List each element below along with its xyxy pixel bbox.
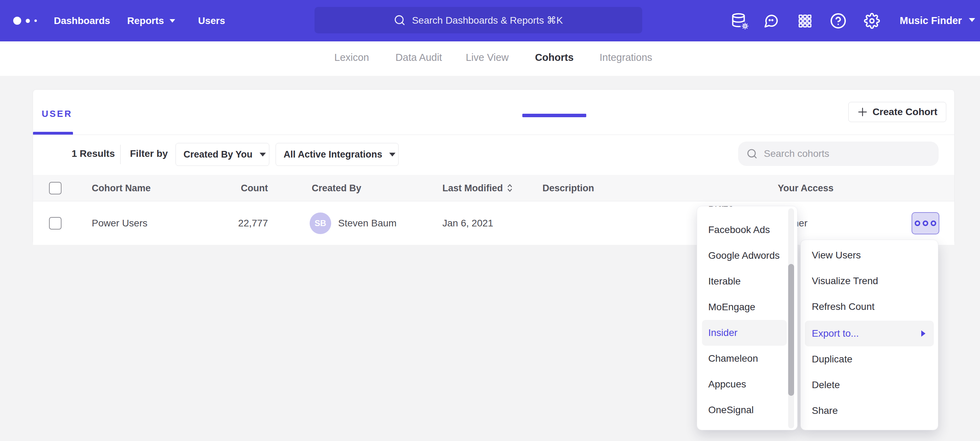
results-count: 1 Results: [72, 148, 115, 159]
column-your-access: Your Access: [778, 175, 834, 201]
search-icon: [394, 14, 406, 26]
project-name: Music Finder: [900, 15, 962, 26]
ellipsis-ring-icon: [923, 220, 928, 226]
global-search-placeholder: Search Dashboards & Reports ⌘K: [412, 14, 563, 26]
create-cohort-label: Create Cohort: [873, 106, 938, 118]
avatar: SB: [310, 213, 331, 234]
nav-reports[interactable]: Reports: [127, 0, 175, 42]
submenu-item-google-adwords[interactable]: Google Adwords: [697, 243, 788, 268]
mixpanel-logo-icon[interactable]: [13, 0, 37, 42]
tab-lexicon[interactable]: Lexicon: [334, 42, 369, 76]
logo-dot-small: [34, 19, 37, 22]
tab-integrations[interactable]: Integrations: [600, 42, 652, 76]
gear-badge-icon: [741, 22, 749, 30]
row-checkbox[interactable]: [49, 217, 62, 230]
row-actions-menu: View Users Visualize Trend Refresh Count…: [800, 240, 938, 430]
menu-item-share[interactable]: Share: [801, 398, 938, 423]
export-destination-submenu: Braze Facebook Ads Google Adwords Iterab…: [697, 206, 797, 430]
submenu-item-onesignal[interactable]: OneSignal: [697, 397, 788, 423]
created-by-name: Steven Baum: [338, 202, 396, 245]
filter-by-label: Filter by: [130, 148, 168, 159]
chevron-down-icon: [969, 18, 975, 22]
submenu-scrollbar-thumb[interactable]: [788, 264, 794, 396]
divider: [33, 134, 954, 135]
column-description: Description: [542, 175, 594, 201]
chevron-down-icon: [170, 19, 175, 22]
submenu-item-facebook-ads[interactable]: Facebook Ads: [697, 217, 788, 243]
ellipsis-ring-icon: [931, 220, 936, 226]
select-all-checkbox[interactable]: [49, 182, 62, 195]
sort-icon[interactable]: [506, 176, 513, 203]
submenu-arrow-icon: [921, 331, 926, 337]
column-created-by: Created By: [312, 175, 361, 201]
submenu-item-appcues[interactable]: Appcues: [697, 371, 788, 397]
chevron-down-icon: [389, 153, 396, 157]
help-icon[interactable]: [830, 13, 846, 29]
column-last-modified-label: Last Modified: [442, 183, 503, 193]
search-icon: [746, 148, 757, 159]
created-by-filter-dropdown[interactable]: Created By You: [175, 143, 269, 166]
menu-item-refresh-count[interactable]: Refresh Count: [801, 294, 938, 320]
nav-dashboards[interactable]: Dashboards: [54, 0, 110, 42]
chevron-down-icon: [259, 153, 266, 157]
tab-data-audit[interactable]: Data Audit: [396, 42, 442, 76]
plus-icon: [858, 107, 868, 117]
column-cohort-name: Cohort Name: [92, 175, 151, 201]
menu-item-delete[interactable]: Delete: [801, 372, 938, 398]
logo-dot-medium: [26, 19, 30, 23]
cohort-count: 22,777: [186, 202, 268, 245]
database-icon: [731, 13, 748, 29]
last-modified-date: Jan 6, 2021: [442, 202, 493, 245]
top-navbar: Dashboards Reports Users Search Dashboar…: [0, 0, 980, 42]
cohorts-card: USER Create Cohort 1 Results Filter by C…: [33, 89, 955, 244]
feedback-icon[interactable]: [763, 13, 780, 29]
submenu-item-iterable[interactable]: Iterable: [697, 268, 788, 294]
data-subnav: Lexicon Data Audit Live View Cohorts Int…: [0, 42, 980, 76]
logo-dot-large: [13, 17, 21, 25]
nav-users[interactable]: Users: [198, 0, 225, 42]
integrations-filter-dropdown[interactable]: All Active Integrations: [275, 143, 399, 166]
menu-item-view-users[interactable]: View Users: [801, 243, 938, 268]
integrations-filter-value: All Active Integrations: [283, 149, 382, 160]
data-management-icon[interactable]: [731, 13, 748, 29]
cohort-name-link[interactable]: Power Users: [92, 202, 147, 245]
cohort-search-input[interactable]: [763, 148, 926, 160]
menu-item-duplicate[interactable]: Duplicate: [801, 347, 938, 372]
menu-item-export-to[interactable]: Export to...: [805, 321, 934, 347]
project-switcher[interactable]: Music Finder: [900, 0, 975, 42]
menu-item-export-to-label: Export to...: [812, 328, 859, 339]
create-cohort-button[interactable]: Create Cohort: [848, 102, 946, 122]
row-actions-button[interactable]: [912, 212, 939, 235]
ellipsis-ring-icon: [915, 220, 920, 226]
nav-reports-label: Reports: [127, 15, 164, 26]
table-row: Power Users 22,777 SB Steven Baum Jan 6,…: [33, 202, 954, 245]
active-tab-underline: [522, 114, 586, 117]
table-header: Cohort Name Count Created By Last Modifi…: [33, 175, 954, 201]
apps-grid-icon[interactable]: [797, 13, 813, 29]
submenu-item-braze[interactable]: Braze: [697, 206, 788, 216]
submenu-item-chameleon[interactable]: Chameleon: [697, 346, 788, 371]
tab-cohorts[interactable]: Cohorts: [535, 42, 573, 76]
app-root: Dashboards Reports Users Search Dashboar…: [0, 0, 980, 441]
global-search[interactable]: Search Dashboards & Reports ⌘K: [315, 7, 642, 34]
submenu-item-moengage[interactable]: MoEngage: [697, 294, 788, 320]
column-last-modified[interactable]: Last Modified: [442, 175, 513, 201]
submenu-item-insider[interactable]: Insider: [702, 320, 787, 346]
divider: [120, 145, 121, 164]
menu-item-visualize-trend[interactable]: Visualize Trend: [801, 268, 938, 294]
tab-user-cohorts[interactable]: USER: [42, 109, 72, 119]
settings-gear-icon[interactable]: [864, 13, 880, 29]
cohort-search-box: [738, 142, 939, 166]
tab-live-view[interactable]: Live View: [466, 42, 509, 76]
column-count: Count: [186, 175, 268, 201]
created-by-filter-value: Created By You: [183, 149, 253, 160]
